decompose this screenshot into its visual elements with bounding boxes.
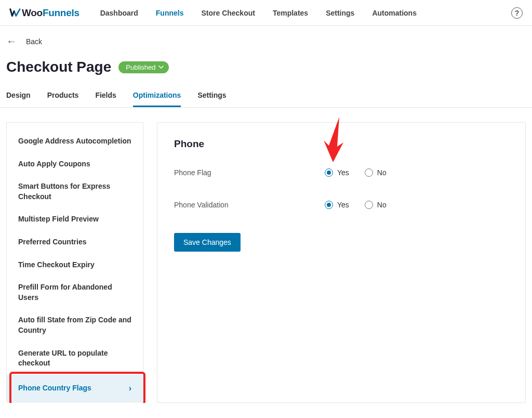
back-arrow-icon[interactable]: ← bbox=[6, 35, 17, 47]
chevron-right-icon: › bbox=[129, 383, 131, 394]
radio-icon bbox=[365, 168, 373, 177]
status-badge-label: Published bbox=[126, 63, 155, 71]
field-label-phone-flag: Phone Flag bbox=[174, 168, 325, 177]
field-label-phone-validation: Phone Validation bbox=[174, 201, 325, 209]
top-nav: WooFunnels Dashboard Funnels Store Check… bbox=[0, 0, 532, 26]
nav-templates[interactable]: Templates bbox=[273, 9, 308, 17]
help-icon[interactable]: ? bbox=[511, 7, 523, 19]
sidebar-item-generate-url[interactable]: Generate URL to populate checkout bbox=[7, 342, 143, 375]
radio-group-phone-validation: Yes No bbox=[325, 201, 387, 209]
nav-funnels[interactable]: Funnels bbox=[156, 9, 184, 17]
logo-text: WooFunnels bbox=[22, 7, 79, 19]
radio-label: No bbox=[377, 201, 387, 209]
radio-label: No bbox=[377, 168, 387, 177]
radio-icon bbox=[325, 168, 333, 177]
sidebar-item-multistep[interactable]: Multistep Field Preview bbox=[7, 208, 143, 231]
panel-title: Phone bbox=[174, 138, 509, 150]
chevron-down-icon bbox=[158, 66, 164, 69]
radio-phone-validation-no[interactable]: No bbox=[365, 201, 387, 209]
tab-fields[interactable]: Fields bbox=[95, 91, 116, 107]
radio-phone-flag-no[interactable]: No bbox=[365, 168, 387, 177]
tab-settings[interactable]: Settings bbox=[197, 91, 226, 107]
settings-panel: Phone Phone Flag Yes No Phone Validation… bbox=[157, 122, 526, 403]
tabs: Design Products Fields Optimizations Set… bbox=[0, 75, 532, 108]
sidebar-item-label: Phone Country Flags bbox=[18, 383, 91, 394]
radio-label: Yes bbox=[337, 168, 349, 177]
save-button[interactable]: Save Changes bbox=[174, 233, 241, 252]
tab-design[interactable]: Design bbox=[6, 91, 31, 107]
main-area: Google Address Autocompletion Auto Apply… bbox=[0, 108, 532, 403]
sidebar-item-preferred-countries[interactable]: Preferred Countries bbox=[7, 231, 143, 254]
sidebar-item-autofill-state[interactable]: Auto fill State from Zip Code and Countr… bbox=[7, 309, 143, 342]
field-phone-validation: Phone Validation Yes No bbox=[174, 201, 509, 209]
tab-optimizations[interactable]: Optimizations bbox=[133, 91, 181, 107]
radio-group-phone-flag: Yes No bbox=[325, 168, 387, 177]
radio-label: Yes bbox=[337, 201, 349, 209]
sidebar-item-time-checkout[interactable]: Time Checkout Expiry bbox=[7, 254, 143, 277]
page-title: Checkout Page bbox=[6, 59, 111, 75]
logo-icon bbox=[9, 7, 21, 19]
sidebar-item-phone-flags[interactable]: Phone Country Flags › bbox=[7, 375, 143, 402]
field-phone-flag: Phone Flag Yes No bbox=[174, 168, 509, 177]
sidebar-item-auto-coupons[interactable]: Auto Apply Coupons bbox=[7, 153, 143, 176]
nav-store-checkout[interactable]: Store Checkout bbox=[201, 9, 255, 17]
back-link[interactable]: Back bbox=[26, 37, 42, 46]
tab-products[interactable]: Products bbox=[47, 91, 79, 107]
title-row: Checkout Page Published bbox=[0, 47, 532, 75]
nav-dashboard[interactable]: Dashboard bbox=[100, 9, 138, 17]
nav-menu: Dashboard Funnels Store Checkout Templat… bbox=[100, 9, 417, 17]
optimizations-sidebar: Google Address Autocompletion Auto Apply… bbox=[6, 122, 143, 402]
radio-phone-flag-yes[interactable]: Yes bbox=[325, 168, 349, 177]
logo[interactable]: WooFunnels bbox=[9, 7, 79, 19]
nav-automations[interactable]: Automations bbox=[372, 9, 417, 17]
status-badge[interactable]: Published bbox=[118, 61, 169, 73]
radio-icon bbox=[365, 201, 373, 209]
sidebar-item-google-address[interactable]: Google Address Autocompletion bbox=[7, 130, 143, 153]
sidebar-item-phone-flags-wrap: Phone Country Flags › bbox=[7, 375, 143, 402]
radio-icon bbox=[325, 201, 333, 209]
sidebar-item-prefill-abandoned[interactable]: Prefill Form for Abandoned Users bbox=[7, 276, 143, 309]
back-row: ← Back bbox=[0, 26, 532, 47]
sidebar-item-smart-buttons[interactable]: Smart Buttons for Express Checkout bbox=[7, 175, 143, 208]
radio-phone-validation-yes[interactable]: Yes bbox=[325, 201, 349, 209]
nav-settings[interactable]: Settings bbox=[326, 9, 354, 17]
